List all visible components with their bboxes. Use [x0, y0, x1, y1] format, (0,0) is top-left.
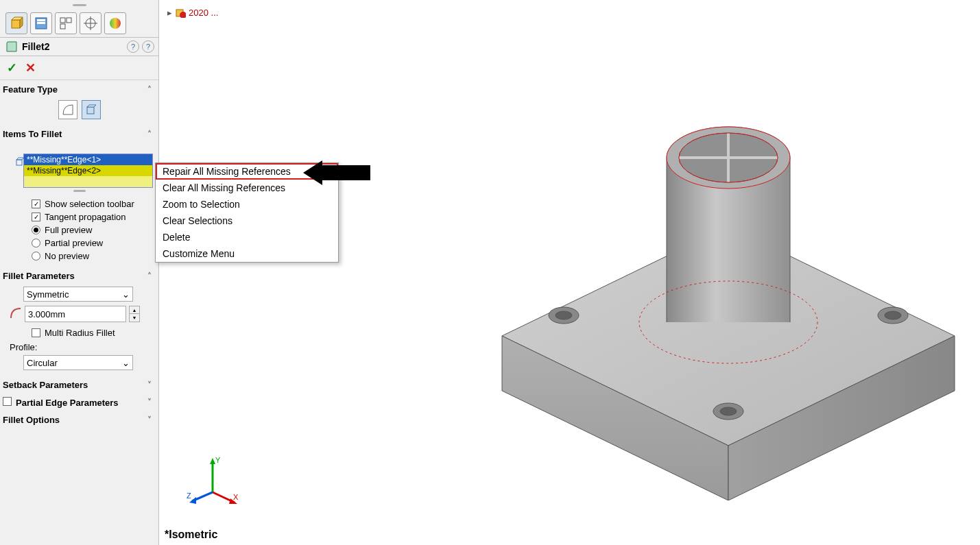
tab-display-manager[interactable]	[104, 12, 126, 34]
partial-edge-checkbox[interactable]	[3, 397, 12, 406]
section-items-to-fillet[interactable]: Items To Fillet ˄	[0, 125, 158, 142]
feature-tree-crumb[interactable]: ▸ 2020 ...	[167, 7, 218, 18]
list-item[interactable]: **Missing**Edge<1>	[24, 154, 152, 165]
svg-rect-8	[60, 24, 65, 29]
feature-name: Fillet2	[22, 41, 49, 52]
section-partial-edge-parameters[interactable]: Partial Edge Parameters ˅	[0, 393, 158, 411]
ok-button[interactable]: ✓	[7, 60, 17, 75]
no-preview-radio[interactable]	[32, 252, 40, 261]
svg-point-29	[720, 407, 737, 415]
fillet-items-list[interactable]: **Missing**Edge<1> **Missing**Edge<2>	[23, 154, 153, 188]
svg-marker-37	[210, 458, 215, 464]
svg-rect-6	[60, 18, 65, 23]
svg-point-23	[555, 311, 572, 319]
full-preview-label: Full preview	[45, 225, 92, 235]
triad-y-label: Y	[215, 456, 221, 464]
full-preview-radio[interactable]	[32, 226, 40, 234]
property-icon	[34, 16, 48, 30]
expand-tree-icon[interactable]: ▸	[167, 8, 172, 18]
spinner-down[interactable]: ▼	[130, 314, 139, 322]
chevron-down-icon: ˅	[147, 398, 152, 407]
multi-radius-checkbox[interactable]	[32, 328, 40, 337]
ctx-delete[interactable]: Delete	[156, 229, 338, 245]
partial-preview-radio[interactable]	[32, 239, 40, 247]
graphics-area[interactable]: ▸ 2020 ...	[159, 0, 980, 545]
ctx-clear-selections[interactable]: Clear Selections	[156, 213, 338, 229]
panel-tab-row	[0, 10, 158, 38]
radius-input[interactable]	[25, 306, 126, 322]
chevron-down-icon: ⌄	[122, 358, 130, 368]
svg-point-12	[110, 18, 121, 29]
section-partial-edge-label: Partial Edge Parameters	[16, 398, 119, 408]
tab-dimxpert[interactable]	[80, 12, 101, 34]
section-fillet-options-label: Fillet Options	[3, 415, 60, 425]
symmetry-dropdown[interactable]: Symmetric ⌄	[23, 287, 133, 302]
panel-drag-handle[interactable]	[0, 0, 158, 10]
view-triad[interactable]: Y X Z	[185, 455, 240, 509]
feature-manager-panel: Fillet2 ? ? ✓ ✕ Feature Type ˄ Items To …	[0, 0, 159, 545]
svg-rect-7	[67, 18, 71, 23]
target-icon	[84, 16, 97, 30]
fillet-type-fillet[interactable]	[82, 100, 101, 119]
svg-marker-14	[87, 105, 96, 107]
partial-preview-label: Partial preview	[45, 238, 103, 248]
symmetry-value: Symmetric	[27, 289, 69, 300]
triad-x-label: X	[233, 493, 239, 501]
cube-icon	[9, 16, 24, 31]
help-icon[interactable]: ?	[142, 40, 154, 53]
svg-rect-5	[37, 22, 45, 24]
ok-cancel-row: ✓ ✕	[0, 56, 158, 80]
profile-value: Circular	[27, 358, 58, 368]
tangent-propagation-checkbox[interactable]: ✓	[32, 213, 40, 221]
selection-cube-icon	[15, 157, 25, 167]
section-items-label: Items To Fillet	[3, 129, 62, 139]
chevron-up-icon: ˄	[147, 85, 152, 95]
svg-rect-4	[37, 19, 45, 21]
cancel-button[interactable]: ✕	[25, 60, 36, 75]
ctx-customize-menu[interactable]: Customize Menu	[156, 245, 338, 262]
pin-help-icon[interactable]: ?	[127, 40, 139, 53]
show-selection-toolbar-label: Show selection toolbar	[45, 199, 134, 209]
chevron-down-icon: ⌄	[122, 289, 130, 300]
triad-z-label: Z	[187, 492, 191, 500]
profile-dropdown[interactable]: Circular ⌄	[23, 355, 133, 370]
spinner-up[interactable]: ▲	[130, 306, 139, 314]
cube-fillet-icon	[85, 104, 97, 116]
display-icon	[108, 16, 122, 30]
chevron-up-icon: ˄	[147, 271, 152, 281]
part-warning-icon	[175, 7, 186, 18]
profile-label: Profile:	[10, 342, 153, 352]
section-setback-parameters[interactable]: Setback Parameters ˅	[0, 376, 158, 393]
annotation-arrow	[303, 160, 370, 185]
chevron-down-icon: ˅	[147, 415, 152, 425]
svg-rect-15	[16, 160, 22, 165]
feature-header: Fillet2 ? ?	[0, 38, 158, 56]
no-preview-label: No preview	[45, 251, 89, 261]
section-feature-type-label: Feature Type	[3, 84, 58, 95]
list-item[interactable]: **Missing**Edge<2>	[24, 165, 152, 176]
svg-marker-16	[16, 158, 24, 160]
radius-icon	[10, 307, 22, 322]
fillet-icon	[5, 40, 18, 53]
config-icon	[59, 16, 73, 30]
tab-configuration-manager[interactable]	[55, 12, 77, 34]
chevron-down-icon: ˅	[147, 380, 152, 390]
section-feature-type[interactable]: Feature Type ˄	[0, 80, 158, 97]
section-fillet-parameters[interactable]: Fillet Parameters ˄	[0, 267, 158, 284]
list-item-empty[interactable]	[24, 176, 152, 187]
show-selection-toolbar-checkbox[interactable]: ✓	[32, 199, 40, 208]
fillet-type-manual[interactable]	[58, 100, 77, 119]
manual-fillet-icon	[62, 104, 74, 116]
view-orientation-label: *Isometric	[165, 529, 217, 541]
section-fillet-options[interactable]: Fillet Options ˅	[0, 411, 158, 428]
model-view[interactable]	[475, 103, 980, 500]
svg-point-27	[885, 311, 901, 319]
ctx-zoom-to-selection[interactable]: Zoom to Selection	[156, 196, 338, 213]
multi-radius-label: Multi Radius Fillet	[45, 328, 115, 338]
section-setback-label: Setback Parameters	[3, 380, 88, 390]
radius-spinner[interactable]: ▲▼	[129, 306, 140, 322]
tab-feature-manager[interactable]	[5, 12, 27, 34]
svg-rect-0	[12, 20, 20, 28]
list-resize-handle[interactable]	[73, 190, 86, 192]
tab-property-manager[interactable]	[30, 12, 52, 34]
